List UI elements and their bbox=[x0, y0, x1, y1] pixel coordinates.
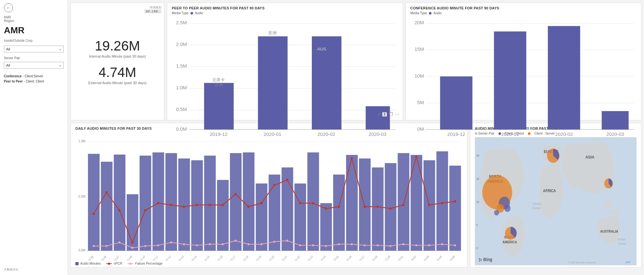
svg-rect-40 bbox=[88, 154, 100, 250]
svg-rect-53 bbox=[256, 183, 267, 251]
audio-minutes-legend: Audio Minutes bbox=[75, 262, 101, 265]
svg-text:0.5M: 0.5M bbox=[79, 195, 86, 199]
svg-rect-65 bbox=[410, 155, 422, 251]
amr-title: AMR bbox=[4, 25, 64, 36]
p2p-chart-actions: ▿ 3 ❒ ⋯ bbox=[378, 112, 399, 117]
bottom-row: DAILY AUDIO MINUTES FOR PAST 30 DAYS 1.0… bbox=[68, 123, 644, 270]
svg-text:2020-02-05: 2020-02-05 bbox=[83, 255, 94, 260]
svg-text:2020-02-25: 2020-02-25 bbox=[328, 255, 339, 260]
svg-text:2020-02-14: 2020-02-14 bbox=[186, 255, 197, 260]
svg-point-93 bbox=[402, 204, 405, 206]
svg-text:1.0M: 1.0M bbox=[176, 85, 187, 90]
filter-icon[interactable]: ▿ bbox=[378, 112, 380, 117]
corp-label: Inside/Outside Corp bbox=[4, 39, 64, 42]
svg-text:0M: 0M bbox=[417, 126, 424, 132]
svg-rect-52 bbox=[243, 152, 255, 251]
svg-point-108 bbox=[222, 243, 224, 246]
conf-bar-2020-02[interactable] bbox=[548, 26, 580, 129]
conf-bar-2020-01[interactable] bbox=[494, 31, 526, 129]
svg-point-123 bbox=[415, 244, 417, 247]
svg-rect-61 bbox=[359, 159, 371, 251]
svg-text:AUSTRALIA: AUSTRALIA bbox=[600, 229, 618, 233]
svg-rect-59 bbox=[333, 175, 345, 251]
svg-point-75 bbox=[170, 204, 172, 206]
external-audio-label: External Audio Minute (past 30 days) bbox=[88, 81, 147, 85]
region-label: AMR Region bbox=[4, 16, 64, 23]
svg-point-101 bbox=[131, 247, 133, 249]
svg-point-77 bbox=[196, 204, 198, 206]
svg-text:1.5M: 1.5M bbox=[176, 63, 187, 69]
svg-text:2020-02-18: 2020-02-18 bbox=[238, 255, 249, 260]
svg-rect-62 bbox=[372, 167, 384, 250]
svg-text:2020-02-21: 2020-02-21 bbox=[277, 255, 288, 260]
conf-bar-2019-12[interactable] bbox=[440, 76, 472, 129]
svg-text:AFRICA: AFRICA bbox=[543, 189, 556, 193]
svg-text:Indian: Indian bbox=[618, 237, 626, 241]
svg-text:0.0M: 0.0M bbox=[176, 126, 187, 132]
svg-point-72 bbox=[131, 241, 134, 244]
svg-text:Ocean: Ocean bbox=[532, 206, 540, 210]
svg-point-73 bbox=[144, 209, 147, 212]
svg-point-84 bbox=[286, 179, 289, 181]
more-icon[interactable]: ⋯ bbox=[395, 112, 399, 117]
inside-outside-filter[interactable]: All ⌄ bbox=[4, 46, 64, 52]
server-pair-filter[interactable]: All ⌄ bbox=[4, 62, 64, 69]
p2p-svg: 2.5M 2.0M 1.5M 1.0M 0.5M 0.0M bbox=[172, 17, 398, 136]
p2p-media-legend: Media Type Audio bbox=[172, 11, 398, 15]
daily-chart-panel: DAILY AUDIO MINUTES FOR PAST 30 DAYS 1.0… bbox=[71, 123, 467, 268]
svg-point-71 bbox=[118, 209, 121, 212]
svg-text:2020-02-26: 2020-02-26 bbox=[341, 255, 352, 260]
svg-point-89 bbox=[351, 157, 353, 160]
bar-2020-02[interactable] bbox=[312, 36, 342, 129]
svg-text:1.0M: 1.0M bbox=[79, 139, 86, 143]
svg-text:2020-02-16: 2020-02-16 bbox=[212, 255, 223, 260]
svg-text:▷ Bing: ▷ Bing bbox=[479, 257, 492, 262]
main-content: 环境验划 22/...| 83/... 19.26M Internal Audi… bbox=[68, 0, 644, 275]
svg-point-91 bbox=[377, 205, 379, 208]
svg-point-96 bbox=[441, 202, 443, 204]
svg-text:Ocean: Ocean bbox=[618, 242, 626, 246]
svg-text:2020-02-19: 2020-02-19 bbox=[251, 255, 262, 260]
p2p-chart-title: PEER TO PEER AUDIO MINUTES FOR PAST 90 D… bbox=[172, 6, 398, 10]
svg-point-74 bbox=[157, 202, 159, 204]
svg-text:Atlantic: Atlantic bbox=[532, 202, 542, 205]
svg-text:2.0M: 2.0M bbox=[176, 41, 187, 47]
svg-point-119 bbox=[364, 244, 366, 247]
svg-point-81 bbox=[247, 205, 250, 208]
svg-text:AUS: AUS bbox=[317, 47, 326, 51]
svg-text:JiTP: JiTP bbox=[625, 261, 630, 264]
map-container[interactable]: 20 15 10 5 0 Atlantic Ocean Indian Ocean… bbox=[475, 137, 637, 265]
server-pair-label: Server Pair bbox=[4, 56, 64, 60]
svg-text:0.0M: 0.0M bbox=[79, 248, 86, 252]
svg-rect-46 bbox=[165, 153, 177, 251]
card-tag2: 22/...| 83/... bbox=[144, 9, 161, 13]
expand-icon[interactable]: ❒ bbox=[389, 112, 393, 117]
svg-text:0.5M: 0.5M bbox=[176, 106, 187, 112]
svg-rect-47 bbox=[178, 159, 190, 251]
daily-chart-legend: Audio Minutes nPCR Failure Percentage bbox=[75, 262, 463, 265]
svg-text:2020-03-01: 2020-03-01 bbox=[393, 255, 404, 260]
bar-2020-01[interactable] bbox=[258, 36, 288, 129]
svg-text:2020-02-10: 2020-02-10 bbox=[135, 255, 146, 260]
svg-text:AMERICA: AMERICA bbox=[502, 240, 517, 244]
svg-text:2020-02-07: 2020-02-07 bbox=[109, 255, 120, 260]
p2p-chart-area: 2.5M 2.0M 1.5M 1.0M 0.5M 0.0M bbox=[172, 17, 398, 136]
p2p-chart-panel: PEER TO PEER AUDIO MINUTES FOR PAST 90 D… bbox=[167, 3, 403, 120]
svg-point-87 bbox=[325, 207, 327, 210]
svg-rect-49 bbox=[204, 156, 216, 251]
svg-point-117 bbox=[338, 243, 340, 246]
bar-2019-12[interactable] bbox=[204, 83, 234, 129]
bar-2020-03[interactable] bbox=[366, 106, 390, 129]
conf-bar-2020-03[interactable] bbox=[602, 111, 628, 129]
back-button[interactable]: ← bbox=[4, 3, 13, 12]
svg-text:2.5M: 2.5M bbox=[176, 20, 187, 25]
svg-point-95 bbox=[428, 204, 430, 206]
na-bubble-small3 bbox=[504, 205, 510, 212]
svg-rect-51 bbox=[230, 153, 242, 251]
svg-point-122 bbox=[402, 243, 404, 246]
svg-point-109 bbox=[235, 240, 236, 242]
svg-point-113 bbox=[286, 240, 288, 242]
filter-count: 3 bbox=[382, 112, 387, 116]
svg-text:2020-02-20: 2020-02-20 bbox=[264, 255, 275, 260]
audio-dot bbox=[191, 12, 193, 15]
